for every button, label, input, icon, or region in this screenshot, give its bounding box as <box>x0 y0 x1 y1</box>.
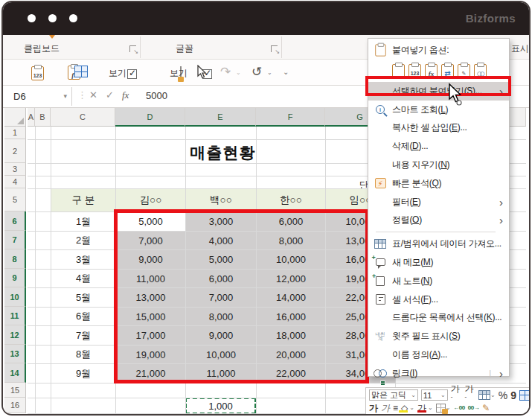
table-header-cell-0[interactable]: 구 분 <box>51 189 116 212</box>
undo-dropdown-icon[interactable]: ⌄ <box>267 69 272 76</box>
clipped-format-icon[interactable] <box>519 390 530 401</box>
value-cell[interactable]: 11,000 <box>186 364 257 383</box>
month-cell-9월[interactable]: 9월 <box>51 364 116 383</box>
column-header-F[interactable]: F <box>256 108 325 127</box>
value-cell[interactable]: 16,000 <box>257 308 326 326</box>
menu-item-2[interactable]: 선택하여 붙여넣기(S)...› <box>368 82 509 101</box>
month-cell-4월[interactable]: 4월 <box>51 270 116 288</box>
window-control-dot[interactable] <box>28 14 36 22</box>
value-cell[interactable]: 11,000 <box>116 270 186 288</box>
value-cell[interactable]: 4,000 <box>186 232 257 250</box>
value-cell[interactable]: 6,000 <box>257 212 326 232</box>
value-cell[interactable]: 9,000 <box>186 326 257 346</box>
value-cell[interactable]: 15,000 <box>116 308 186 326</box>
format-table-button[interactable]: ⌄ <box>478 390 496 400</box>
bold-button[interactable]: 가 <box>369 403 378 413</box>
row-header-2[interactable]: 2 <box>4 139 26 163</box>
menu-item-15[interactable]: 드롭다운 목록에서 선택(K)... <box>368 309 509 328</box>
row-header-16[interactable]: 16 <box>4 398 26 413</box>
value-cell[interactable]: 5,000 <box>186 250 257 270</box>
month-cell-1월[interactable]: 1월 <box>51 212 116 232</box>
column-header-B[interactable]: B <box>35 108 51 127</box>
sheet-title-cell[interactable]: 매출현황 <box>51 142 395 163</box>
value-cell[interactable]: 3,000 <box>186 212 257 232</box>
value-cell[interactable]: 9,000 <box>116 250 186 270</box>
month-cell-2월[interactable]: 2월 <box>51 232 116 250</box>
font-name-select[interactable]: 맑은 고딕⌄ <box>369 389 418 401</box>
row-header-9[interactable]: 9 <box>4 269 26 287</box>
row-header-7[interactable]: 7 <box>4 231 26 249</box>
percent-style-button[interactable]: % <box>499 390 507 401</box>
row-header-1[interactable]: 1 <box>4 127 26 139</box>
grid-settings-icon[interactable] <box>74 66 88 77</box>
shrink-font-button[interactable]: 가ˇ <box>464 383 475 407</box>
name-box[interactable]: D6 ▾ <box>6 87 72 106</box>
format-painter-icon[interactable]: ✎ <box>482 403 490 413</box>
value-cell[interactable]: 7,000 <box>116 232 186 250</box>
submenu-arrow-icon[interactable]: › <box>499 85 503 98</box>
value-cell[interactable]: 21,000 <box>116 364 186 383</box>
value-cell[interactable]: 12,000 <box>257 270 326 288</box>
window-control-dot[interactable] <box>48 14 57 22</box>
menu-item-3[interactable]: i스마트 조회(L) <box>368 101 509 119</box>
month-cell-7월[interactable]: 7월 <box>51 326 116 346</box>
value-cell[interactable]: 17,000 <box>116 326 186 346</box>
select-all-corner[interactable] <box>4 108 26 127</box>
font-color-button[interactable]: 가⌄ <box>417 403 433 413</box>
dialog-launcher-icon[interactable] <box>129 45 136 52</box>
menu-item-9[interactable]: 정렬(O)› <box>368 211 509 230</box>
value-cell[interactable]: 8,000 <box>186 308 257 326</box>
menu-item-18[interactable]: 링크(I)|› <box>368 364 509 383</box>
redo-dropdown-icon[interactable]: ⌄ <box>236 69 241 76</box>
fill-color-button[interactable]: ◇⌄ <box>401 403 414 413</box>
row-header-6[interactable]: 6 <box>4 211 26 231</box>
menu-item-13[interactable]: 새 노트(N) <box>368 272 509 290</box>
paste-transpose-icon[interactable]: ⇄ <box>441 64 454 78</box>
table-header-cell-3[interactable]: 한○○ <box>257 189 326 212</box>
grow-font-button[interactable]: 가ˆ <box>451 383 462 407</box>
dialog-launcher-icon[interactable] <box>271 45 278 52</box>
redo-icon[interactable]: ↷ <box>220 66 231 78</box>
paste-format-icon[interactable]: ✎ <box>458 64 470 78</box>
value-cell[interactable]: 22,000 <box>257 364 326 383</box>
paste-link-icon[interactable] <box>474 64 487 78</box>
value-cell[interactable]: 19,000 <box>116 346 186 364</box>
month-cell-3월[interactable]: 3월 <box>51 250 116 270</box>
paste-icon[interactable] <box>392 64 405 78</box>
formula-bar-value[interactable]: 5000 <box>146 90 167 101</box>
row-header-11[interactable]: 11 <box>4 307 26 325</box>
font-size-select[interactable]: 11⌄ <box>421 389 448 401</box>
row-header-15[interactable]: 15 <box>4 383 26 398</box>
copied-cell[interactable]: 1,000 <box>185 398 256 414</box>
menu-item-7[interactable]: ⚡빠른 분석(Q) <box>368 174 509 193</box>
column-header-D[interactable]: D <box>115 108 185 127</box>
menu-item-6[interactable]: 내용 지우기(N) <box>368 156 509 174</box>
paste-values-icon[interactable]: 123 <box>31 66 44 80</box>
row-header-13[interactable]: 13 <box>4 345 26 363</box>
qat-overflow-icon[interactable]: ⌄ <box>283 68 289 76</box>
submenu-arrow-icon[interactable]: › <box>499 214 503 226</box>
value-cell[interactable]: 6,000 <box>186 270 257 288</box>
month-cell-8월[interactable]: 8월 <box>51 346 116 364</box>
menu-item-17[interactable]: 이름 정의(A)... <box>368 346 509 364</box>
name-box-dropdown-icon[interactable]: ▾ <box>63 92 67 100</box>
increase-decimal-icon[interactable]: ←00 <box>453 404 464 411</box>
menu-item-8[interactable]: 필터(E)› <box>368 193 509 211</box>
value-cell[interactable]: 14,000 <box>257 288 326 308</box>
month-cell-6월[interactable]: 6월 <box>51 308 116 326</box>
value-cell[interactable]: 10,000 <box>186 346 257 364</box>
row-header-10[interactable]: 10 <box>4 287 26 307</box>
row-header-3[interactable]: 3 <box>4 163 26 176</box>
value-cell[interactable]: 7,000 <box>186 288 257 308</box>
value-cell[interactable]: 8,000 <box>257 232 326 250</box>
insert-function-icon[interactable]: fx <box>122 89 129 101</box>
paste-values-icon[interactable]: 123 <box>408 64 421 78</box>
decrease-decimal-icon[interactable]: 00→ <box>468 404 479 411</box>
submenu-arrow-icon[interactable]: › <box>499 196 503 208</box>
row-header-5[interactable]: 5 <box>4 188 26 211</box>
menu-item-11[interactable]: 표/범위에서 데이터 가져오... <box>368 235 509 253</box>
comma-style-button[interactable]: 9 <box>510 390 516 401</box>
italic-button[interactable]: 가 <box>381 403 390 413</box>
column-header-C[interactable]: C <box>51 108 115 127</box>
value-cell[interactable]: 13,000 <box>116 288 186 308</box>
